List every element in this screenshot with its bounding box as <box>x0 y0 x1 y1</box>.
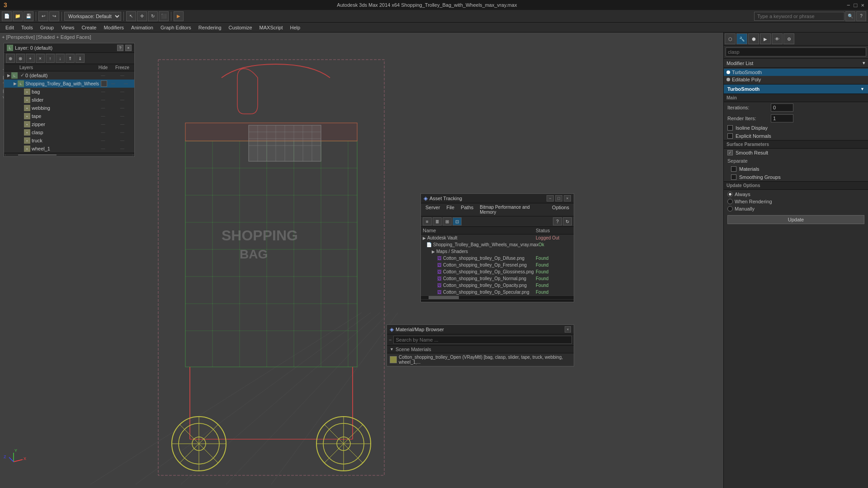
restore-btn[interactable]: □ <box>854 2 858 9</box>
layer-row-webbing[interactable]: ▪ webbing — — <box>4 104 134 112</box>
workspace-dropdown[interactable]: Workspace: Default <box>64 12 121 21</box>
layers-help-btn[interactable]: ? <box>117 45 123 51</box>
turbosmooth-header[interactable]: TurboSmooth ▼ <box>724 84 868 94</box>
layer-checkbox-1[interactable] <box>101 80 107 87</box>
rp-display-icon[interactable]: 👁 <box>772 33 783 44</box>
asset-row-difuse[interactable]: 🖼 Cotton_shopping_trolley_Op_Difuse.png … <box>421 255 574 262</box>
isoline-checkbox[interactable] <box>727 125 733 131</box>
menu-maxscript[interactable]: MAXScript <box>256 24 287 31</box>
menu-views[interactable]: Views <box>57 24 78 31</box>
minimize-btn[interactable]: − <box>847 2 850 9</box>
always-row[interactable]: Always <box>727 191 864 198</box>
material-search-input[interactable] <box>393 336 572 344</box>
asset-row-opacity[interactable]: 🖼 Cotton_shopping_trolley_Op_Opacity.png… <box>421 282 574 289</box>
menu-group[interactable]: Group <box>37 24 58 31</box>
toolbar-scale-btn[interactable]: ⬛ <box>159 11 169 21</box>
menu-edit[interactable]: Edit <box>2 24 18 31</box>
toolbar-move-btn[interactable]: ✛ <box>137 11 147 21</box>
toolbar-render-btn[interactable]: ▶ <box>174 11 184 21</box>
toolbar-select-btn[interactable]: ↖ <box>126 11 136 21</box>
layer-expand-1[interactable]: ▶ <box>12 81 18 86</box>
modifier-search-input[interactable] <box>726 47 866 56</box>
asset-tb-list2[interactable]: ≣ <box>433 217 442 225</box>
menu-tools[interactable]: Tools <box>18 24 37 31</box>
search-btn[interactable]: 🔍 <box>845 11 855 21</box>
menu-animation[interactable]: Animation <box>127 24 157 31</box>
layer-expand-0[interactable]: ▶ <box>6 73 11 78</box>
smoothing-groups-row[interactable]: Smoothing Groups <box>724 173 868 181</box>
when-rendering-radio[interactable] <box>727 199 733 204</box>
toolbar-new-btn[interactable]: 📄 <box>2 11 12 21</box>
asset-row-maxfile[interactable]: 📄 Shopping_Trolley_Bag_with_Wheels_max_v… <box>421 241 574 248</box>
asset-menu-options[interactable]: Options <box>549 204 572 216</box>
toolbar-rotate-btn[interactable]: ↻ <box>148 11 158 21</box>
asset-row-fresnel[interactable]: 🖼 Cotton_shopping_trolley_Op_Fresnel.png… <box>421 262 574 268</box>
menu-modifiers[interactable]: Modifiers <box>100 24 127 31</box>
layers-remove-btn[interactable]: × <box>36 54 45 63</box>
asset-row-normal[interactable]: 🖼 Cotton_shopping_trolley_Op_Normal.png … <box>421 275 574 282</box>
explicit-normals-row[interactable]: Explicit Normals <box>724 132 868 140</box>
layers-top-btn[interactable]: ⇑ <box>66 54 75 63</box>
menu-customize[interactable]: Customize <box>225 24 256 31</box>
asset-scrollbar-h[interactable] <box>421 296 574 299</box>
rp-motion-icon[interactable]: ▶ <box>760 33 771 44</box>
asset-tb-grid[interactable]: ⊞ <box>443 217 452 225</box>
search-input[interactable] <box>754 12 844 21</box>
rp-hierarchy-icon[interactable]: ⬢ <box>748 33 759 44</box>
asset-table-body[interactable]: ▶ Autodesk Vault Logged Out 📄 Shopping_T… <box>421 235 574 296</box>
menu-create[interactable]: Create <box>78 24 100 31</box>
material-cotton-row[interactable]: Cotton_shopping_trolley_Open (VRayMtl) [… <box>387 353 574 366</box>
material-close-btn[interactable]: × <box>565 326 571 333</box>
explicit-normals-checkbox[interactable] <box>727 133 733 139</box>
asset-tb-thumb[interactable]: ⊡ <box>453 217 462 225</box>
always-radio[interactable] <box>727 192 733 197</box>
toolbar-open-btn[interactable]: 📁 <box>13 11 23 21</box>
layer-row-wheel1[interactable]: ▪ wheel_1 — — <box>4 145 134 153</box>
when-rendering-row[interactable]: When Rendering <box>727 198 864 205</box>
layers-scroll-thumb[interactable] <box>18 155 57 155</box>
asset-menu-file[interactable]: File <box>443 204 457 216</box>
smooth-result-checkbox[interactable]: ✓ <box>727 150 733 155</box>
layer-row-tape[interactable]: ▪ tape — — <box>4 112 134 120</box>
menu-rendering[interactable]: Rendering <box>195 24 225 31</box>
asset-restore-btn[interactable]: □ <box>555 195 562 202</box>
layers-scroll[interactable]: ▶ L ✓ 0 (default) — — ▶ L Shopping_Troll… <box>4 71 134 153</box>
iterations-input[interactable] <box>771 103 793 112</box>
asset-menu-bitmap[interactable]: Bitmap Performance and Memory <box>477 204 548 216</box>
asset-row-vault[interactable]: ▶ Autodesk Vault Logged Out <box>421 235 574 241</box>
modifier-list-dropdown[interactable]: ▾ <box>863 60 865 66</box>
layers-delete-btn[interactable]: ⊗ <box>16 54 25 63</box>
close-btn[interactable]: × <box>861 2 864 9</box>
toolbar-undo-btn[interactable]: ↩ <box>38 11 48 21</box>
asset-tb-list1[interactable]: ≡ <box>423 217 432 225</box>
materials-row[interactable]: Materials <box>724 165 868 173</box>
manually-row[interactable]: Manually <box>727 205 864 212</box>
modifier-turbosmooth[interactable]: TurboSmooth <box>724 69 868 76</box>
layers-panel-controls[interactable]: ? × <box>117 45 132 51</box>
layer-check-0[interactable]: ✓ <box>19 72 25 79</box>
layer-row-bag[interactable]: ▪ bag — — <box>4 88 134 96</box>
asset-row-glossiness[interactable]: 🖼 Cotton_shopping_trolley_Op_Glossiness.… <box>421 268 574 275</box>
smooth-result-row[interactable]: ✓ Smooth Result <box>724 149 868 157</box>
update-button[interactable]: Update <box>727 215 864 224</box>
help-btn[interactable]: ? <box>856 11 866 21</box>
layers-down-btn[interactable]: ↓ <box>56 54 65 63</box>
menu-graph-editors[interactable]: Graph Editors <box>157 24 195 31</box>
layers-scrollbar[interactable] <box>4 153 134 156</box>
materials-checkbox[interactable] <box>731 166 736 172</box>
render-iters-input[interactable] <box>771 114 793 122</box>
asset-menu-server[interactable]: Server <box>423 204 443 216</box>
layer-row-clasp[interactable]: ▪ clasp — — <box>4 128 134 136</box>
rp-modify-icon[interactable]: 🔧 <box>736 33 747 44</box>
layer-row-slider[interactable]: ▪ slider — — <box>4 96 134 104</box>
asset-panel-controls[interactable]: − □ × <box>547 195 571 202</box>
asset-row-specular[interactable]: 🖼 Cotton_shopping_trolley_Op_Specular.pn… <box>421 289 574 296</box>
layers-bottom-btn[interactable]: ⇓ <box>75 54 85 63</box>
isoline-row[interactable]: Isoline Display <box>724 124 868 132</box>
layers-new-btn[interactable]: ⊕ <box>6 54 15 63</box>
layer-row-shopping[interactable]: ▶ L Shopping_Trolley_Bag_with_Wheels — — <box>4 80 134 88</box>
smoothing-groups-checkbox[interactable] <box>731 174 736 180</box>
layers-up-btn[interactable]: ↑ <box>46 54 55 63</box>
rp-create-icon[interactable]: ⬡ <box>725 33 736 44</box>
title-bar-controls[interactable]: − □ × <box>847 2 864 9</box>
